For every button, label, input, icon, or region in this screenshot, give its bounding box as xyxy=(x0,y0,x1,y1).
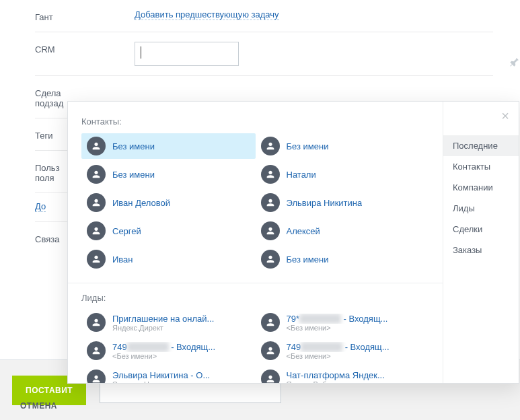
contact-name: Алексей xyxy=(287,226,320,236)
cancel-button[interactable]: ОТМЕНА xyxy=(20,401,57,411)
contact-item[interactable]: Без имени xyxy=(256,246,430,272)
contact-name: Иван Деловой xyxy=(112,198,170,208)
person-icon xyxy=(261,165,280,184)
person-icon xyxy=(87,137,106,155)
person-icon xyxy=(87,341,106,360)
lead-item[interactable]: 74900000000 - Входящ...<Без имени> xyxy=(256,338,430,363)
contact-item[interactable]: Без имени xyxy=(256,133,430,159)
person-icon xyxy=(87,165,106,184)
contact-name: Эльвира Никитина xyxy=(287,198,363,208)
lead-name: Эльвира Никитина - О... xyxy=(112,370,210,380)
close-icon[interactable]: × xyxy=(501,108,509,124)
contact-item[interactable]: Без имени xyxy=(81,133,256,159)
contact-name: Сергей xyxy=(112,226,141,236)
lead-item[interactable]: Эльвира Никитина - О...Эльвира Никитина xyxy=(81,366,256,383)
lead-name: 79*00000000 - Входящ... xyxy=(287,314,388,324)
contact-name: Натали xyxy=(287,170,316,180)
contact-item[interactable]: Сергей xyxy=(81,218,256,244)
person-icon xyxy=(261,250,280,269)
filter-tab[interactable]: Сделки xyxy=(443,219,519,240)
filter-tab[interactable]: Компании xyxy=(443,177,519,198)
person-icon xyxy=(87,250,106,269)
filter-tab[interactable]: Последние xyxy=(443,135,519,156)
lead-sub: Эльвира Никитина xyxy=(112,380,210,384)
lead-item[interactable]: 79*00000000 - Входящ...<Без имени> xyxy=(256,310,430,335)
crm-entity-popup: × Контакты: Без имениБез имениБез имениН… xyxy=(67,101,519,384)
person-icon xyxy=(261,341,280,360)
contact-item[interactable]: Натали xyxy=(256,162,430,187)
contact-name: Без имени xyxy=(287,141,329,151)
lead-name: Чат-платформа Яндек... xyxy=(287,370,385,380)
contact-name: Без имени xyxy=(287,254,329,265)
contacts-heading: Контакты: xyxy=(81,116,429,127)
lead-name: 74900000000 - Входящ... xyxy=(287,342,389,352)
lead-sub: <Без имени> xyxy=(112,352,215,360)
person-icon xyxy=(261,193,280,212)
contact-item[interactable]: Эльвира Никитина xyxy=(256,190,430,215)
lead-sub: <Без имени> xyxy=(287,352,389,360)
contact-item[interactable]: Без имени xyxy=(81,162,256,187)
person-icon xyxy=(87,370,106,383)
contact-name: Иван xyxy=(112,254,133,265)
filter-tab[interactable]: Лиды xyxy=(443,198,519,219)
filter-tab[interactable]: Контакты xyxy=(443,156,519,177)
filter-tab[interactable]: Заказы xyxy=(443,240,519,260)
contact-item[interactable]: Иван Деловой xyxy=(81,190,256,215)
lead-name: 74900000000 - Входящ... xyxy=(112,342,215,352)
person-icon xyxy=(87,193,106,212)
lead-item[interactable]: 74900000000 - Входящ...<Без имени> xyxy=(81,338,256,363)
gantt-label: Гант xyxy=(35,9,135,22)
lead-name: Приглашение на онлай... xyxy=(112,314,214,324)
contact-item[interactable]: Иван xyxy=(81,246,256,272)
add-predecessor-link[interactable]: Добавить предшествующую задачу xyxy=(135,9,279,20)
contact-name: Без имени xyxy=(112,141,155,151)
leads-heading: Лиды: xyxy=(81,293,429,303)
crm-label: CRM xyxy=(35,42,135,55)
lead-sub: Яндекс.Директ xyxy=(112,324,214,332)
pin-icon[interactable] xyxy=(509,57,520,69)
person-icon xyxy=(261,313,280,332)
lead-item[interactable]: Приглашение на онлай...Яндекс.Директ xyxy=(81,310,256,335)
person-icon xyxy=(87,221,106,240)
person-icon xyxy=(261,221,280,240)
person-icon xyxy=(261,137,280,155)
lead-item[interactable]: Чат-платформа Яндек...Яндекс.Вебмастер xyxy=(256,366,430,383)
contact-item[interactable]: Алексей xyxy=(256,218,430,244)
contact-name: Без имени xyxy=(112,170,155,180)
person-icon xyxy=(261,370,280,383)
person-icon xyxy=(87,313,106,332)
lead-sub: <Без имени> xyxy=(287,324,388,332)
crm-input[interactable] xyxy=(135,42,239,66)
lead-sub: Яндекс.Вебмастер xyxy=(287,380,385,384)
add-field-link[interactable]: До xyxy=(35,201,46,212)
